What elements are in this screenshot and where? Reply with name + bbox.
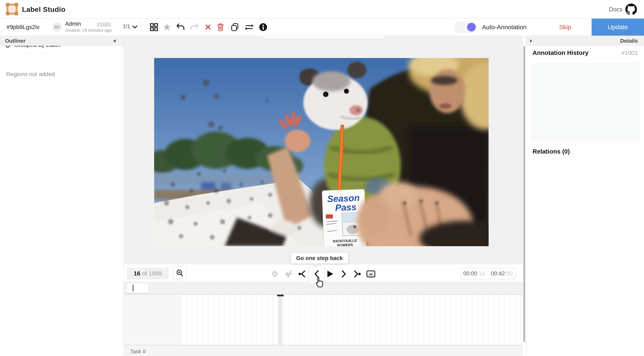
auto-annotation-toggle[interactable]	[454, 22, 477, 32]
timeline-frame-grid[interactable]	[182, 295, 522, 345]
annotation-toolbar: #9pb8Lgs2iv AD Admin created, 19 minutes…	[0, 19, 644, 36]
label-studio-logo-icon	[6, 3, 18, 15]
grid-view-button[interactable]	[148, 19, 160, 36]
current-time-frames: :16	[477, 270, 485, 277]
duplicate-icon	[230, 22, 239, 32]
divider	[526, 144, 644, 144]
time-display: 00:00:16 00:42:00	[460, 268, 516, 279]
divider	[140, 19, 140, 36]
zoom-button[interactable]	[173, 266, 186, 280]
frame-total: 1008	[149, 270, 162, 277]
next-keyframe-icon	[352, 270, 361, 278]
ground-truth-button[interactable]: ★	[161, 19, 173, 36]
timeline-collapse-icon	[366, 270, 376, 278]
relations-title: Relations (0)	[532, 148, 570, 155]
sliders-icon	[244, 22, 254, 32]
collapse-right-icon[interactable]	[530, 39, 532, 42]
chevron-down-icon[interactable]	[132, 25, 138, 29]
app-title: Label Studio	[22, 0, 66, 19]
top-header-bar: Label Studio Docs	[0, 0, 644, 19]
reset-button[interactable]: ✕	[202, 19, 214, 36]
keyframe-add-icon	[270, 270, 279, 278]
annotation-id: #1001	[97, 22, 112, 28]
undo-icon	[176, 23, 185, 32]
timeline-label-gutter	[124, 295, 182, 345]
floating-panel-edge	[262, 36, 384, 38]
details-header: Details	[526, 36, 644, 46]
skip-button[interactable]: Skip	[539, 19, 591, 36]
annotator-name: Admin	[65, 21, 81, 27]
frame-counter[interactable]: 16 of 1008	[127, 268, 169, 279]
chevron-right-icon	[339, 270, 348, 278]
keyframe-interpolation-icon	[284, 270, 294, 278]
main-content: Season Pass RATATOUILLE BOWERS	[124, 36, 523, 356]
toggle-knob	[467, 23, 476, 32]
annotation-history-list	[530, 63, 640, 142]
divider	[526, 164, 644, 165]
details-title: Details	[620, 36, 638, 46]
step-forward-button[interactable]	[339, 270, 348, 278]
vertical-scrollbar[interactable]	[524, 46, 525, 342]
next-keyframe-button[interactable]	[352, 270, 361, 278]
frames-timeline[interactable]	[124, 294, 523, 345]
outliner-title: Outliner	[5, 36, 26, 46]
info-icon	[259, 23, 268, 32]
task-number-label: Task #	[130, 348, 146, 355]
grid-icon	[150, 23, 158, 32]
annotation-pager[interactable]: 1/1	[123, 23, 130, 30]
mouse-cursor	[314, 276, 324, 288]
divider	[539, 19, 539, 36]
settings-button[interactable]	[243, 19, 255, 36]
info-button[interactable]	[257, 19, 269, 36]
current-time: 00:00:16	[460, 268, 488, 279]
badge-name-line1: RATATOUILLE	[333, 238, 357, 243]
tooltip: Go one step back	[291, 253, 348, 264]
prev-keyframe-button[interactable]	[298, 270, 307, 278]
task-id: #9pb8Lgs2iv	[0, 19, 46, 36]
playhead-column	[278, 295, 282, 345]
annotation-history-id: #1001	[622, 50, 638, 56]
play-button[interactable]	[325, 270, 334, 278]
badge-name-line2: BOWERS	[337, 243, 353, 246]
star-icon: ★	[163, 22, 171, 32]
docs-link[interactable]: Docs	[609, 0, 622, 19]
github-icon[interactable]	[625, 4, 637, 15]
playhead-marker[interactable]	[277, 295, 284, 296]
timeline-minimap-thumb[interactable]	[126, 283, 149, 293]
annotation-history-title: Annotation History	[532, 49, 588, 56]
frame-separator: of	[142, 270, 147, 277]
prev-keyframe-icon	[298, 270, 307, 278]
duplicate-annotation-button[interactable]	[229, 19, 240, 36]
regions-empty-text: Regions not added	[6, 71, 55, 78]
outliner-panel: Outliner Grouped by Label Regions not ad…	[0, 36, 124, 356]
total-time: 00:42:00	[488, 268, 516, 279]
avatar[interactable]: AD	[52, 22, 62, 32]
auto-annotation-label: Auto-Annotation	[482, 19, 526, 36]
delete-annotation-button[interactable]	[215, 19, 226, 36]
video-canvas[interactable]: Season Pass RATATOUILLE BOWERS	[154, 58, 488, 246]
task-footer: Task #	[124, 346, 523, 356]
total-time-main: 00:42	[491, 270, 505, 277]
label-studio-app: Label Studio Docs #9pb8Lgs2iv AD Admin c…	[0, 0, 644, 356]
redo-icon	[190, 23, 199, 32]
trash-icon	[216, 22, 225, 32]
frame-current: 16	[134, 270, 140, 277]
current-time-main: 00:00	[463, 270, 478, 277]
redo-button[interactable]	[188, 19, 200, 36]
update-button[interactable]: Update	[592, 19, 644, 36]
minimap-position-line	[132, 285, 134, 291]
divider	[46, 19, 46, 36]
close-icon: ✕	[204, 23, 212, 31]
annotation-created-text: created, 19 minutes ago	[65, 28, 112, 33]
keyframe-interpolation-button[interactable]	[284, 270, 294, 278]
timeline-collapse-button[interactable]	[366, 270, 376, 278]
play-icon	[325, 270, 334, 278]
total-time-frames: :00	[505, 270, 513, 277]
keyframe-add-button[interactable]	[270, 270, 279, 278]
zoom-in-icon	[176, 269, 184, 277]
video-frame-image: Season Pass RATATOUILLE BOWERS	[154, 58, 488, 246]
details-panel: Details Annotation History #1001 Relatio…	[526, 36, 644, 356]
collapse-left-icon[interactable]	[113, 39, 116, 42]
badge-title-line2: Pass	[335, 202, 356, 213]
undo-button[interactable]	[175, 19, 186, 36]
